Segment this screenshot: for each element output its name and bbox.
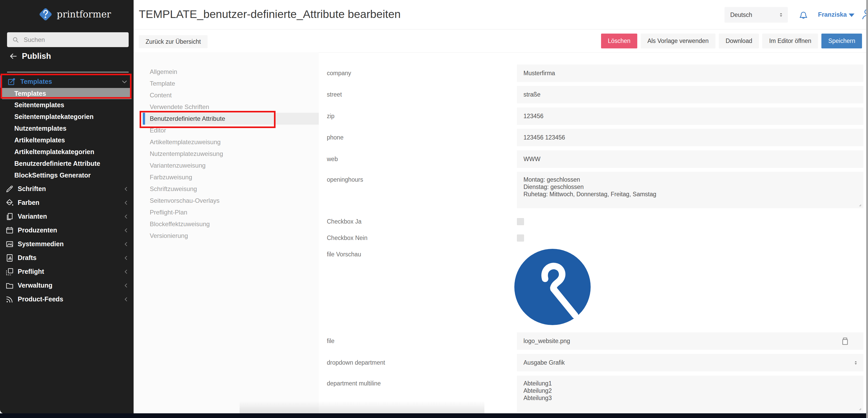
- layers-icon: [5, 267, 14, 276]
- subnav-item-template[interactable]: Template: [135, 77, 319, 89]
- publish-label: Publish: [22, 52, 51, 61]
- sidebar-item-farben[interactable]: Farben: [0, 196, 133, 210]
- window-right-edge: [866, 0, 868, 418]
- subnav-item-seitenvorschau-overlays[interactable]: Seitenvorschau-Overlays: [135, 195, 319, 206]
- subitem-label: Benutzerdefinierte Attribute: [14, 160, 100, 167]
- sidebar-subitem-benutzerdefinierte-attribute[interactable]: Benutzerdefinierte Attribute: [0, 158, 133, 169]
- subitem-label: Artikeltemplates: [14, 136, 65, 144]
- department-multiline-textarea[interactable]: Abteilung1 Abteilung2 Abteilung3: [517, 376, 863, 412]
- search-box[interactable]: [7, 32, 129, 47]
- back-to-overview-button[interactable]: Zurück zur Übersicht: [139, 35, 208, 48]
- phone-input[interactable]: [517, 129, 863, 146]
- sidebar-item-verwaltung[interactable]: Verwaltung: [0, 279, 133, 292]
- search-icon: [12, 36, 20, 44]
- user-name[interactable]: Franziska: [818, 11, 847, 18]
- sidebar-item-product-feeds[interactable]: Product-Feeds: [0, 292, 133, 306]
- language-select[interactable]: Deutsch: [724, 7, 788, 23]
- save-button[interactable]: Speichern: [822, 34, 862, 49]
- subnav-item-schriftzuweisung[interactable]: Schriftzuweisung: [135, 183, 319, 195]
- sidebar-item-label: Drafts: [18, 254, 36, 262]
- sidebar-subitem-nutzentemplates[interactable]: Nutzentemplates: [0, 123, 133, 134]
- sidebar-item-varianten[interactable]: Varianten: [0, 210, 133, 223]
- page-title: TEMPLATE_benutzer-definierte_Attribute b…: [139, 8, 401, 21]
- openinghours-label: openinghours: [327, 172, 363, 187]
- open-in-editor-button[interactable]: Im Editor öffnen: [762, 34, 818, 49]
- subnav-item-variantenzuweisung[interactable]: Variantenzuweisung: [135, 160, 319, 171]
- street-label: street: [327, 86, 342, 103]
- file-label: file: [327, 332, 334, 350]
- subnav-item-verwendete-schriften[interactable]: Verwendete Schriften: [135, 101, 319, 113]
- sidebar-subitem-seitentemplates[interactable]: Seitentemplates: [0, 99, 133, 111]
- sidebar-subitem-artikeltemplates[interactable]: Artikeltemplates: [0, 134, 133, 146]
- file-vorschau-label: file Vorschau: [327, 249, 361, 260]
- subnav-item-benutzerdefinierte-attribute[interactable]: Benutzerdefinierte Attribute: [143, 113, 319, 125]
- dropdown-department-label: dropdown department: [327, 354, 385, 372]
- subnav-item-preflight-plan[interactable]: Preflight-Plan: [135, 206, 319, 218]
- openinghours-value: Montag: geschlossen Dienstag: geschlosse…: [517, 172, 863, 202]
- web-input[interactable]: [517, 151, 863, 168]
- chevron-left-icon: [123, 186, 129, 192]
- dropdown-department-select[interactable]: Ausgabe Grafik: [517, 354, 863, 372]
- department-multiline-value: Abteilung1 Abteilung2 Abteilung3: [517, 376, 863, 406]
- sidebar-item-schriften[interactable]: Schriften: [0, 182, 133, 196]
- subnav-item-nutzentemplatezuweisung[interactable]: Nutzentemplatezuweisung: [135, 148, 319, 160]
- back-arrow-icon: [9, 52, 18, 61]
- subnav-item-allgemein[interactable]: Allgemein: [135, 66, 319, 77]
- openinghours-textarea[interactable]: Montag: geschlossen Dienstag: geschlosse…: [517, 172, 863, 208]
- select-stepper-icon: [853, 360, 859, 366]
- notifications-bell-icon[interactable]: [797, 8, 810, 21]
- chevron-left-icon: [123, 227, 129, 234]
- sidebar-item-preflight[interactable]: Preflight: [0, 265, 133, 279]
- file-input[interactable]: logo_website.png: [517, 332, 863, 350]
- archive-box-icon[interactable]: [840, 336, 850, 346]
- printformer-app: printformer Publish: [0, 0, 868, 418]
- brand: printformer: [37, 6, 111, 22]
- sidebar-item-label: Farben: [18, 199, 39, 206]
- checkbox-nein[interactable]: [517, 234, 524, 242]
- subnav-item-farbzuweisung[interactable]: Farbzuweisung: [135, 171, 319, 183]
- department-multiline-label: department multiline: [327, 376, 381, 391]
- sidebar-subitem-artikeltemplatekategorien[interactable]: Artikeltemplatekategorien: [0, 146, 133, 158]
- publish-back[interactable]: Publish: [9, 52, 51, 61]
- sidebar: printformer Publish: [0, 0, 133, 414]
- use-as-template-button[interactable]: Als Vorlage verwenden: [641, 34, 715, 49]
- checkbox-ja[interactable]: [517, 218, 524, 225]
- checkbox-ja-label: Checkbox Ja: [327, 216, 362, 227]
- street-input[interactable]: [517, 86, 863, 103]
- sidebar-item-produzenten[interactable]: Produzenten: [0, 223, 133, 237]
- subnav-item-artikeltemplatezuweisung[interactable]: Artikeltemplatezuweisung: [135, 136, 319, 148]
- resize-handle-icon[interactable]: [857, 406, 862, 411]
- zip-input[interactable]: [517, 107, 863, 125]
- file-preview-image: [514, 248, 591, 326]
- dropdown-department-value: Ausgabe Grafik: [523, 359, 565, 366]
- sidebar-item-drafts[interactable]: Drafts: [0, 251, 133, 265]
- user-menu-caret-icon[interactable]: [849, 13, 855, 17]
- subnav-item-blockeffektzuweisung[interactable]: Blockeffektzuweisung: [135, 218, 319, 230]
- chevron-left-icon: [123, 241, 129, 248]
- search-input[interactable]: [23, 36, 124, 44]
- sidebar-subitem-templates[interactable]: Templates: [2, 88, 131, 99]
- subitem-label: Seitentemplatekategorien: [14, 113, 93, 121]
- chevron-left-icon: [123, 282, 129, 289]
- toolbar-actions: Löschen Als Vorlage verwenden Download I…: [601, 34, 862, 49]
- subnav-item-editor[interactable]: Editor: [135, 124, 319, 136]
- sidebar-item-systemmedien[interactable]: Systemmedien: [0, 237, 133, 251]
- select-stepper-icon: [778, 12, 784, 18]
- download-button[interactable]: Download: [719, 34, 759, 49]
- subnav-item-versionierung[interactable]: Versionierung: [135, 230, 319, 242]
- file-value: logo_website.png: [523, 337, 570, 345]
- header: TEMPLATE_benutzer-definierte_Attribute b…: [133, 0, 868, 29]
- paint-bucket-icon: [5, 198, 14, 207]
- sidebar-subitem-blocksettings-generator[interactable]: BlockSettings Generator: [0, 169, 133, 181]
- sidebar-item-templates[interactable]: Templates: [0, 75, 133, 88]
- web-label: web: [327, 151, 338, 168]
- subnav-item-content[interactable]: Content: [135, 89, 319, 101]
- sidebar-divider: [7, 72, 129, 72]
- sidebar-item-label: Verwaltung: [18, 282, 52, 289]
- resize-handle-icon[interactable]: [857, 202, 862, 207]
- company-input[interactable]: [517, 65, 863, 82]
- sidebar-subitem-seitentemplatekategorien[interactable]: Seitentemplatekategorien: [0, 111, 133, 123]
- sidebar-item-label: Systemmedien: [18, 240, 64, 248]
- delete-button[interactable]: Löschen: [601, 34, 637, 49]
- templates-icon: [7, 77, 16, 87]
